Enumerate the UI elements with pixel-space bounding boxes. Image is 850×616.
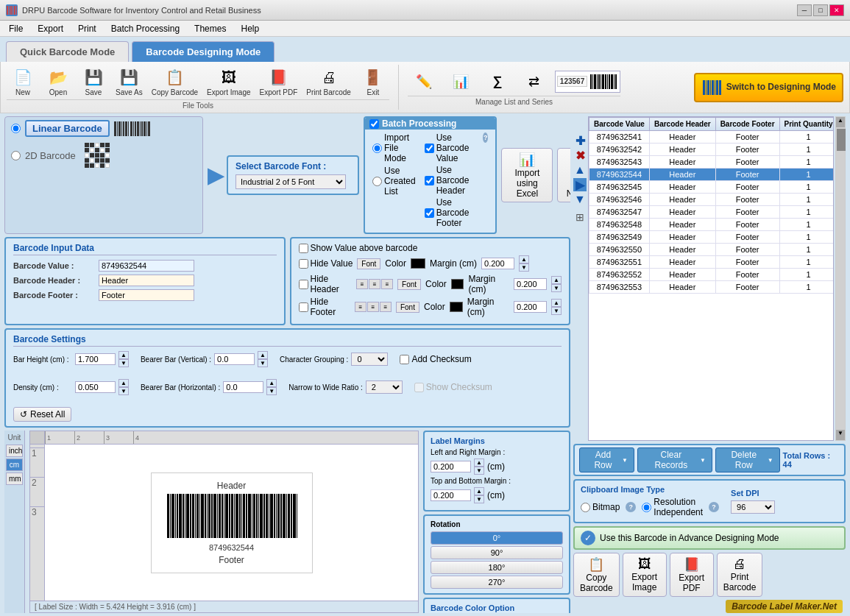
table-row[interactable]: 8749632552 Header Footer 1 (589, 269, 835, 281)
bar-height-input[interactable] (75, 353, 116, 365)
add-row-dropdown-arrow[interactable]: ▼ (622, 457, 628, 464)
export-pdf-export-btn[interactable]: 📕 Export PDF (670, 553, 714, 597)
table-row[interactable]: 8749632541 Header Footer 1 (589, 131, 835, 144)
reset-all-button[interactable]: ↺ Reset All (13, 407, 71, 422)
import-notepad-button[interactable]: 📝 Import using Notepad (557, 148, 570, 202)
resolution-radio[interactable] (642, 503, 651, 512)
table-row[interactable]: 8749632547 Header Footer 1 (589, 206, 835, 219)
lr-margin-spinner[interactable]: ▲ ▼ (474, 459, 484, 475)
table-row[interactable]: 8749632550 Header Footer 1 (589, 244, 835, 256)
use-barcode-value-checkbox[interactable] (425, 144, 434, 153)
clear-records-dropdown-arrow[interactable]: ▼ (700, 457, 706, 464)
export-image-toolbar-button[interactable]: 🖼 Export Image (204, 65, 253, 98)
export-image-export-btn[interactable]: 🖼 Export Image (623, 553, 667, 597)
menu-item-themes[interactable]: Themes (188, 22, 232, 35)
bearer-h-input[interactable] (223, 381, 263, 393)
color-box-header[interactable] (451, 279, 464, 289)
hide-value-check[interactable]: Hide Value (299, 258, 353, 269)
tab-barcode-designing-mode[interactable]: Barcode Designing Mode (132, 41, 275, 62)
menu-item-batch-processing[interactable]: Batch Processing (105, 22, 185, 35)
unit-inch-btn[interactable]: inch (6, 445, 23, 457)
minimize-btn[interactable]: ─ (797, 4, 812, 16)
exchange-manage-button[interactable]: ⇄ (518, 69, 550, 94)
hide-header-check[interactable]: Hide Header (299, 274, 353, 294)
clear-records-button[interactable]: Clear Records ▼ (637, 447, 712, 472)
print-barcode-toolbar-button[interactable]: 🖨 Print Barcode (303, 65, 354, 98)
menu-item-print[interactable]: Print (72, 22, 102, 35)
resolution-info-icon[interactable]: ? (709, 502, 719, 512)
scroll-thumb[interactable] (837, 129, 846, 151)
margin-value-spinner[interactable]: ▲ ▼ (519, 255, 529, 272)
move-down-icon-btn[interactable]: ▼ (573, 193, 587, 206)
lr-margin-input[interactable] (431, 461, 471, 472)
rotation-0-btn[interactable]: 0° (431, 531, 563, 545)
dpi-select[interactable]: 96 (731, 500, 775, 514)
margin-footer-spinner[interactable]: ▲ ▼ (551, 299, 562, 315)
footer-align-left-btn[interactable]: ≡ (355, 302, 366, 312)
use-barcode-footer-check[interactable]: Use Barcode Footer (425, 197, 474, 228)
delete-row-button[interactable]: Delete Row ▼ (715, 447, 780, 472)
bearer-h-spinner[interactable]: ▲ ▼ (266, 379, 277, 395)
2d-barcode-radio[interactable] (11, 151, 21, 160)
show-checksum-checkbox[interactable] (414, 383, 424, 392)
rotation-90-btn[interactable]: 90° (431, 546, 563, 559)
density-spinner[interactable]: ▲ ▼ (118, 379, 129, 395)
formula-manage-button[interactable]: ∑ (481, 69, 514, 94)
batch-info-icon[interactable]: ? (483, 132, 488, 143)
use-barcode-header-checkbox[interactable] (425, 176, 434, 185)
print-barcode-export-btn[interactable]: 🖨 Print Barcode (717, 553, 763, 597)
rotation-180-btn[interactable]: 180° (431, 561, 563, 574)
margin-footer-input[interactable] (514, 301, 547, 313)
use-created-list-radio[interactable] (372, 177, 382, 186)
bearer-v-input[interactable] (214, 353, 255, 365)
table-row[interactable]: 8749632545 Header Footer 1 (589, 181, 835, 194)
menu-item-help[interactable]: Help (235, 22, 265, 35)
table-row[interactable]: 8749632544 Header Footer 1 (589, 169, 835, 181)
font-select[interactable]: Industrial 2 of 5 Font (235, 174, 346, 189)
edit-manage-button[interactable]: ✏️ (408, 69, 440, 94)
table-row[interactable]: 8749632546 Header Footer 1 (589, 194, 835, 206)
barcode-header-input[interactable] (99, 275, 194, 286)
use-barcode-header-check[interactable]: Use Barcode Header (425, 165, 474, 196)
switch-to-designing-mode-button[interactable]: Switch to Designing Mode (694, 73, 843, 102)
use-barcode-footer-checkbox[interactable] (425, 208, 434, 218)
add-row-icon-btn[interactable]: ✚ (573, 134, 587, 147)
header-align-center-btn[interactable]: ≡ (369, 279, 380, 289)
tb-margin-input[interactable] (431, 489, 471, 501)
export-pdf-toolbar-button[interactable]: 📕 Export PDF (257, 65, 301, 98)
bar-height-spinner[interactable]: ▲ ▼ (118, 351, 129, 367)
delete-row-dropdown-arrow[interactable]: ▼ (768, 457, 773, 464)
barcode-value-input[interactable] (99, 260, 194, 272)
import-file-mode-radio[interactable] (372, 144, 382, 153)
linear-barcode-option[interactable]: Linear Barcode (11, 120, 196, 137)
density-input[interactable] (75, 381, 116, 393)
copy-barcode-export-btn[interactable]: 📋 Copy Barcode (573, 553, 620, 597)
table-row[interactable]: 8749632553 Header Footer 1 (589, 281, 835, 294)
narrow-wide-select[interactable]: 2 (366, 380, 403, 394)
linear-barcode-radio[interactable] (11, 124, 21, 133)
hide-footer-check[interactable]: Hide Footer (299, 297, 350, 317)
color-box-footer[interactable] (450, 302, 463, 312)
footer-font-button[interactable]: Font (396, 302, 419, 313)
table-row[interactable]: 8749632549 Header Footer 1 (589, 231, 835, 244)
tab-quick-barcode-mode[interactable]: Quick Barcode Mode (6, 41, 129, 62)
table-manage-button[interactable]: 📊 (445, 69, 477, 94)
tb-margin-spinner[interactable]: ▲ ▼ (474, 487, 484, 503)
hide-header-checkbox[interactable] (299, 280, 308, 289)
use-created-list-option[interactable]: Use Created List (372, 166, 416, 197)
new-button[interactable]: 📄 New (7, 65, 39, 98)
save-as-button[interactable]: 💾 Save As (113, 65, 146, 98)
save-button[interactable]: 💾 Save (77, 65, 110, 98)
2d-barcode-option[interactable]: 2D Barcode (11, 143, 196, 168)
advance-designing-mode-btn[interactable]: ✓ Use this Barcode in Advance Designing … (573, 526, 846, 550)
color-box-value[interactable] (411, 258, 425, 269)
header-align-right-btn[interactable]: ≡ (381, 279, 393, 289)
open-button[interactable]: 📂 Open (42, 65, 74, 98)
hide-value-checkbox[interactable] (299, 259, 308, 269)
scroll-up-btn[interactable]: ▲ (836, 117, 845, 127)
move-up-icon-btn[interactable]: ▲ (573, 163, 587, 177)
maximize-btn[interactable]: □ (813, 4, 828, 16)
char-grouping-select[interactable]: 0 (351, 353, 388, 366)
barcode-footer-input[interactable] (99, 289, 194, 301)
margin-header-spinner[interactable]: ▲ ▼ (551, 276, 562, 292)
